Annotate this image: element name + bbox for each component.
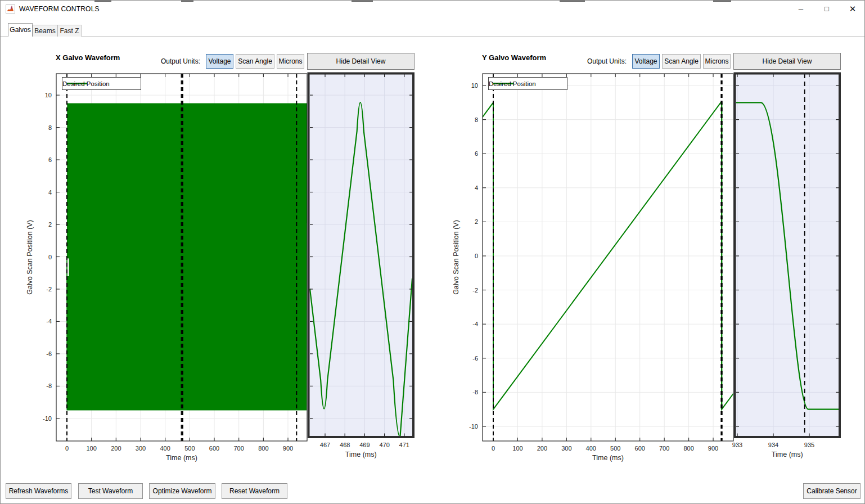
screen-edge-artifact (713, 0, 731, 2)
voltage-button[interactable]: Voltage (206, 54, 233, 69)
refresh-waveforms-button[interactable]: Refresh Waveforms (6, 483, 71, 499)
x-galvo-panel: X Galvo Waveform Output Units: Voltage S… (0, 0, 439, 504)
matlab-app-icon (6, 4, 15, 14)
output-units-label: Output Units: (553, 57, 627, 65)
legend: Desired Position (488, 77, 567, 90)
hide-detail-view-button[interactable]: Hide Detail View (307, 53, 415, 70)
y-plot-title: Y Galvo Waveform (482, 53, 546, 62)
output-units-label: Output Units: (127, 57, 200, 65)
tab-fast-z[interactable]: Fast Z (57, 25, 82, 37)
minimize-button[interactable]: – (788, 0, 814, 18)
scan-angle-button[interactable]: Scan Angle (662, 54, 701, 69)
calibrate-sensor-button[interactable]: Calibrate Sensor (803, 483, 861, 499)
test-waveform-button[interactable]: Test Waveform (78, 483, 143, 499)
x-plot-title: X Galvo Waveform (56, 53, 120, 62)
y-galvo-panel: Y Galvo Waveform Output Units: Voltage S… (426, 0, 865, 504)
maximize-button[interactable]: □ (814, 0, 840, 18)
screen-edge-artifact (94, 0, 111, 2)
scan-angle-button[interactable]: Scan Angle (236, 54, 274, 69)
close-button[interactable]: ✕ (840, 0, 865, 18)
window-title: WAVEFORM CONTROLS (19, 5, 100, 13)
voltage-button[interactable]: Voltage (632, 54, 660, 69)
tab-galvos[interactable]: Galvos (8, 23, 33, 37)
tab-beams[interactable]: Beams (33, 25, 57, 37)
microns-button[interactable]: Microns (703, 54, 731, 69)
legend-label: Desired Position (62, 80, 110, 87)
reset-waveform-button[interactable]: Reset Waveform (222, 483, 287, 499)
screen-edge-artifact (352, 0, 373, 2)
hide-detail-view-button[interactable]: Hide Detail View (733, 53, 841, 70)
title-bar: WAVEFORM CONTROLS – □ ✕ (0, 0, 865, 18)
screen-edge-artifact (181, 0, 193, 2)
microns-button[interactable]: Microns (277, 54, 304, 69)
tab-strip-baseline (0, 36, 865, 37)
legend-label: Desired Position (489, 80, 536, 87)
legend: Desired Position (62, 77, 141, 90)
optimize-waveform-button[interactable]: Optimize Waveform (149, 483, 215, 499)
screen-edge-artifact (560, 0, 585, 2)
